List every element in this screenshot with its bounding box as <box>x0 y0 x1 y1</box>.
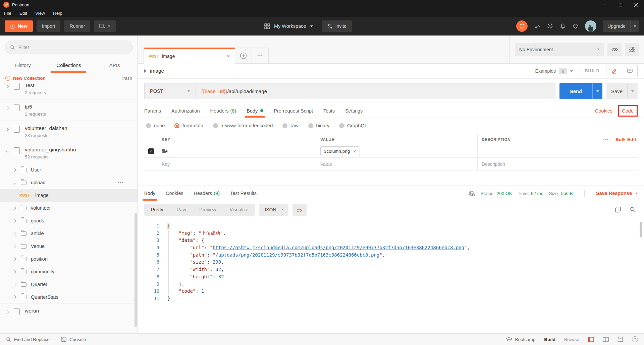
chevron-right-icon[interactable] <box>6 310 9 314</box>
link-token[interactable]: /uploads/png/20201129/e99737b32f7d5b7163… <box>215 252 379 258</box>
table-options-button[interactable]: ••• <box>603 138 609 142</box>
row-checkbox[interactable]: ✓ <box>148 148 154 154</box>
key-cell[interactable]: file <box>158 145 316 157</box>
chevron-right-icon[interactable] <box>13 232 16 235</box>
invite-button[interactable]: Invite <box>322 20 352 32</box>
menu-help[interactable]: Help <box>53 11 62 16</box>
radio-icon[interactable] <box>339 123 344 128</box>
help-button[interactable]: ? <box>632 336 638 342</box>
copy-response-button[interactable] <box>613 205 623 215</box>
description-placeholder-cell[interactable]: Description <box>477 158 638 170</box>
view-pretty[interactable]: Pretty <box>144 204 170 216</box>
new-button[interactable]: + New <box>5 20 33 32</box>
trash-button[interactable]: Trash <box>121 76 132 81</box>
workspace-name[interactable]: My Workspace <box>274 23 306 29</box>
minimize-button[interactable] <box>597 0 612 9</box>
tab-tests[interactable]: Tests <box>323 104 335 118</box>
key-placeholder-cell[interactable]: Key <box>158 158 316 170</box>
body-type-raw[interactable]: raw <box>282 123 298 128</box>
search-response-button[interactable] <box>628 205 638 215</box>
chevron-right-icon[interactable] <box>13 206 16 210</box>
radio-icon[interactable] <box>282 123 287 128</box>
folder-volunteer[interactable]: volunteer <box>0 202 138 214</box>
folder-quarter[interactable]: Quarter <box>0 278 138 291</box>
tab-settings[interactable]: Settings <box>345 104 363 118</box>
response-tab-headers[interactable]: Headers(9) <box>194 186 220 201</box>
environment-select[interactable]: No Environment <box>515 43 604 56</box>
value-placeholder-cell[interactable]: Value <box>316 158 477 170</box>
chevron-right-icon[interactable] <box>6 128 9 131</box>
folder-article[interactable]: article <box>0 227 138 240</box>
save-dropdown-button[interactable] <box>627 83 638 99</box>
view-preview[interactable]: Preview <box>193 204 223 216</box>
chevron-right-icon[interactable] <box>13 283 16 286</box>
save-response-button[interactable]: Save Response <box>596 191 638 196</box>
remove-file-icon[interactable]: × <box>353 148 356 154</box>
radio-icon[interactable] <box>146 123 151 128</box>
maximize-button[interactable] <box>612 0 628 9</box>
chevron-right-icon[interactable] <box>13 257 16 261</box>
send-dropdown-button[interactable] <box>592 83 602 99</box>
menu-view[interactable]: View <box>35 11 45 16</box>
method-select[interactable]: POST <box>145 83 196 99</box>
upgrade-dropdown-button[interactable] <box>630 20 639 32</box>
request-tab-image[interactable]: POST image × <box>144 48 235 64</box>
chevron-right-icon[interactable] <box>6 85 9 88</box>
view-visualize[interactable]: Visualize <box>223 204 255 216</box>
package-box-icon[interactable] <box>618 337 623 342</box>
body-type-form-data[interactable]: form-data <box>174 123 203 128</box>
url-input[interactable]: {{base_url}}/api/upload/image <box>196 83 555 99</box>
folder-options-button[interactable]: ••• <box>118 180 124 185</box>
examples-label[interactable]: Examples <box>535 68 556 74</box>
edit-request-button[interactable] <box>606 65 622 77</box>
folder-goods[interactable]: goods <box>0 214 138 227</box>
environment-settings-button[interactable] <box>625 43 639 56</box>
browse-tab[interactable]: Browse <box>564 337 579 342</box>
folder-position[interactable]: position <box>0 253 138 265</box>
save-button[interactable]: Save <box>606 83 627 99</box>
response-tab-body[interactable]: Body <box>144 186 155 201</box>
filter-search-input[interactable]: Filter <box>5 41 133 54</box>
code-link[interactable]: Code <box>622 108 634 114</box>
body-type-graphql[interactable]: GraphQL <box>339 123 367 128</box>
sidebar-scrollbar[interactable] <box>135 213 137 327</box>
two-pane-layout-icon[interactable] <box>603 337 609 342</box>
chevron-right-icon[interactable] <box>6 107 9 110</box>
sidebar-tab-history[interactable]: History <box>0 57 46 73</box>
console-button[interactable]: Console <box>61 337 86 342</box>
avatar[interactable] <box>585 20 596 32</box>
tab-options-button[interactable]: ••• <box>252 48 269 64</box>
response-body-viewer[interactable]: 1{2 "msg": "上传成功",3 "data": {4 "url": "h… <box>138 218 644 333</box>
folder-venue[interactable]: Venue <box>0 240 138 253</box>
tab-pre-request-script[interactable]: Pre-request Script <box>274 104 313 118</box>
sidebar-tab-apis[interactable]: APIs <box>92 57 138 73</box>
response-tab-test-results[interactable]: Test Results <box>230 186 257 201</box>
response-tab-cookies[interactable]: Cookies <box>166 186 183 201</box>
new-collection-button[interactable]: + New Collection <box>5 76 46 81</box>
expand-request-icon[interactable] <box>144 69 146 73</box>
bootcamp-button[interactable]: Bootcamp <box>506 337 535 342</box>
sync-status-button[interactable] <box>516 20 528 32</box>
collection-test[interactable]: Test2 requests <box>0 83 138 99</box>
close-button[interactable] <box>628 0 644 9</box>
find-replace-button[interactable]: Find and Replace <box>6 337 50 342</box>
close-tab-icon[interactable]: × <box>227 53 230 60</box>
link-token[interactable]: https://qshtw.jxscloudmedia.com/uploads/… <box>213 245 464 250</box>
radio-icon[interactable] <box>174 123 179 128</box>
tab-headers[interactable]: Headers(8) <box>210 104 236 118</box>
notifications-bell-icon[interactable] <box>560 23 566 29</box>
import-button[interactable]: Import <box>37 20 61 32</box>
chevron-down-icon[interactable] <box>570 70 573 72</box>
response-format-select[interactable]: JSON <box>259 204 288 216</box>
runner-button[interactable]: Runner <box>64 20 90 32</box>
settings-gear-icon[interactable] <box>547 23 553 29</box>
tab-authorization[interactable]: Authorization <box>171 104 200 118</box>
description-cell[interactable] <box>477 145 638 157</box>
folder-community[interactable]: community <box>0 265 138 278</box>
chevron-right-icon[interactable] <box>13 219 16 222</box>
menu-edit[interactable]: Edit <box>19 11 27 16</box>
sidebar-tab-collections[interactable]: Collections <box>46 57 92 73</box>
bulk-edit-link[interactable]: Bulk Edit <box>615 137 636 142</box>
folder-upload[interactable]: upload••• <box>0 176 138 189</box>
toggle-sidebar-icon[interactable] <box>588 337 594 342</box>
